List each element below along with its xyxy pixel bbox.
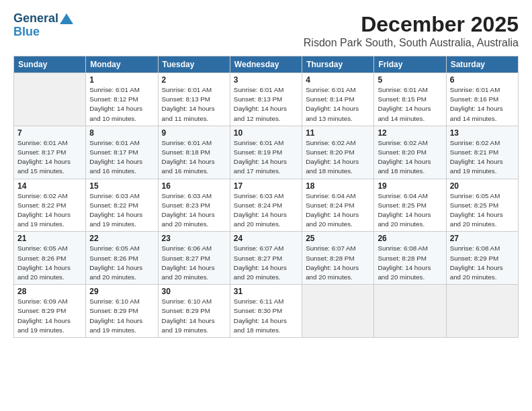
day-info: Sunrise: 6:01 AM Sunset: 8:16 PM Dayligh…	[450, 85, 515, 124]
day-info: Sunrise: 6:04 AM Sunset: 8:25 PM Dayligh…	[378, 191, 442, 230]
logo-blue: Blue	[13, 26, 73, 39]
day-number: 31	[234, 287, 298, 296]
logo: General Blue	[13, 12, 73, 39]
day-info: Sunrise: 6:02 AM Sunset: 8:20 PM Dayligh…	[306, 138, 370, 177]
day-number: 19	[378, 181, 442, 191]
day-info: Sunrise: 6:08 AM Sunset: 8:29 PM Dayligh…	[450, 244, 515, 282]
svg-marker-0	[60, 13, 73, 24]
table-row: 27Sunrise: 6:08 AM Sunset: 8:29 PM Dayli…	[446, 232, 518, 285]
table-row: 17Sunrise: 6:03 AM Sunset: 8:24 PM Dayli…	[230, 179, 302, 232]
day-info: Sunrise: 6:07 AM Sunset: 8:28 PM Dayligh…	[306, 244, 370, 282]
table-row: 10Sunrise: 6:01 AM Sunset: 8:19 PM Dayli…	[230, 126, 302, 179]
calendar-week-row: 21Sunrise: 6:05 AM Sunset: 8:26 PM Dayli…	[14, 232, 519, 285]
table-row: 13Sunrise: 6:02 AM Sunset: 8:21 PM Dayli…	[446, 126, 518, 179]
day-number: 12	[378, 128, 442, 138]
table-row: 14Sunrise: 6:02 AM Sunset: 8:22 PM Dayli…	[14, 179, 86, 232]
day-info: Sunrise: 6:01 AM Sunset: 8:19 PM Dayligh…	[234, 138, 298, 177]
day-info: Sunrise: 6:04 AM Sunset: 8:24 PM Dayligh…	[306, 191, 370, 230]
day-number: 16	[162, 181, 226, 191]
day-number: 20	[450, 181, 515, 191]
table-row: 21Sunrise: 6:05 AM Sunset: 8:26 PM Dayli…	[14, 232, 86, 285]
day-number: 13	[450, 128, 515, 138]
table-row: 5Sunrise: 6:01 AM Sunset: 8:15 PM Daylig…	[374, 73, 446, 126]
calendar-week-row: 14Sunrise: 6:02 AM Sunset: 8:22 PM Dayli…	[14, 179, 519, 232]
day-info: Sunrise: 6:03 AM Sunset: 8:23 PM Dayligh…	[162, 191, 226, 230]
day-number: 30	[162, 287, 226, 296]
day-info: Sunrise: 6:01 AM Sunset: 8:13 PM Dayligh…	[162, 85, 226, 124]
day-number: 17	[234, 181, 298, 191]
day-info: Sunrise: 6:02 AM Sunset: 8:21 PM Dayligh…	[450, 138, 515, 177]
day-number: 14	[17, 181, 82, 191]
page-subtitle: Risdon Park South, South Australia, Aust…	[304, 37, 519, 49]
day-info: Sunrise: 6:10 AM Sunset: 8:29 PM Dayligh…	[89, 297, 154, 335]
table-row: 9Sunrise: 6:01 AM Sunset: 8:18 PM Daylig…	[158, 126, 230, 179]
day-info: Sunrise: 6:03 AM Sunset: 8:22 PM Dayligh…	[89, 191, 154, 230]
day-number: 5	[378, 75, 442, 85]
day-info: Sunrise: 6:01 AM Sunset: 8:12 PM Dayligh…	[89, 85, 154, 124]
day-info: Sunrise: 6:01 AM Sunset: 8:17 PM Dayligh…	[89, 138, 154, 177]
table-row: 7Sunrise: 6:01 AM Sunset: 8:17 PM Daylig…	[14, 126, 86, 179]
table-row: 1Sunrise: 6:01 AM Sunset: 8:12 PM Daylig…	[86, 73, 158, 126]
table-row: 31Sunrise: 6:11 AM Sunset: 8:30 PM Dayli…	[230, 285, 302, 338]
header-monday: Monday	[86, 56, 158, 73]
table-row: 25Sunrise: 6:07 AM Sunset: 8:28 PM Dayli…	[302, 232, 374, 285]
header-sunday: Sunday	[14, 56, 86, 73]
day-number: 7	[17, 128, 82, 138]
day-info: Sunrise: 6:05 AM Sunset: 8:26 PM Dayligh…	[17, 244, 82, 282]
table-row: 28Sunrise: 6:09 AM Sunset: 8:29 PM Dayli…	[14, 285, 86, 338]
day-info: Sunrise: 6:05 AM Sunset: 8:26 PM Dayligh…	[89, 244, 154, 282]
day-number: 24	[234, 234, 298, 243]
day-number: 26	[378, 234, 442, 243]
day-number: 11	[306, 128, 370, 138]
day-number: 18	[306, 181, 370, 191]
table-row: 20Sunrise: 6:05 AM Sunset: 8:25 PM Dayli…	[446, 179, 518, 232]
day-info: Sunrise: 6:01 AM Sunset: 8:13 PM Dayligh…	[234, 85, 298, 124]
table-row: 18Sunrise: 6:04 AM Sunset: 8:24 PM Dayli…	[302, 179, 374, 232]
calendar-week-row: 28Sunrise: 6:09 AM Sunset: 8:29 PM Dayli…	[14, 285, 519, 338]
table-row: 3Sunrise: 6:01 AM Sunset: 8:13 PM Daylig…	[230, 73, 302, 126]
day-info: Sunrise: 6:05 AM Sunset: 8:25 PM Dayligh…	[450, 191, 515, 230]
table-row: 29Sunrise: 6:10 AM Sunset: 8:29 PM Dayli…	[86, 285, 158, 338]
page-title: December 2025	[304, 12, 519, 37]
table-row: 2Sunrise: 6:01 AM Sunset: 8:13 PM Daylig…	[158, 73, 230, 126]
day-number: 9	[162, 128, 226, 138]
table-row: 8Sunrise: 6:01 AM Sunset: 8:17 PM Daylig…	[86, 126, 158, 179]
table-row: 11Sunrise: 6:02 AM Sunset: 8:20 PM Dayli…	[302, 126, 374, 179]
table-row: 24Sunrise: 6:07 AM Sunset: 8:27 PM Dayli…	[230, 232, 302, 285]
day-info: Sunrise: 6:01 AM Sunset: 8:14 PM Dayligh…	[306, 85, 370, 124]
day-number: 22	[89, 234, 154, 243]
table-row	[374, 285, 446, 338]
day-number: 6	[450, 75, 515, 85]
day-number: 27	[450, 234, 515, 243]
table-row	[446, 285, 518, 338]
logo-general: General	[13, 12, 58, 26]
day-info: Sunrise: 6:10 AM Sunset: 8:29 PM Dayligh…	[162, 297, 226, 335]
table-row: 6Sunrise: 6:01 AM Sunset: 8:16 PM Daylig…	[446, 73, 518, 126]
day-info: Sunrise: 6:01 AM Sunset: 8:15 PM Dayligh…	[378, 85, 442, 124]
table-row: 26Sunrise: 6:08 AM Sunset: 8:28 PM Dayli…	[374, 232, 446, 285]
day-info: Sunrise: 6:02 AM Sunset: 8:22 PM Dayligh…	[17, 191, 82, 230]
table-row: 15Sunrise: 6:03 AM Sunset: 8:22 PM Dayli…	[86, 179, 158, 232]
day-info: Sunrise: 6:01 AM Sunset: 8:18 PM Dayligh…	[162, 138, 226, 177]
table-row: 4Sunrise: 6:01 AM Sunset: 8:14 PM Daylig…	[302, 73, 374, 126]
logo-icon	[60, 13, 73, 24]
table-row	[302, 285, 374, 338]
calendar-header-row: Sunday Monday Tuesday Wednesday Thursday…	[14, 56, 519, 73]
day-number: 8	[89, 128, 154, 138]
day-info: Sunrise: 6:02 AM Sunset: 8:20 PM Dayligh…	[378, 138, 442, 177]
day-number: 1	[89, 75, 154, 85]
header-tuesday: Tuesday	[158, 56, 230, 73]
table-row: 19Sunrise: 6:04 AM Sunset: 8:25 PM Dayli…	[374, 179, 446, 232]
day-number: 23	[162, 234, 226, 243]
day-number: 28	[17, 287, 82, 296]
day-info: Sunrise: 6:08 AM Sunset: 8:28 PM Dayligh…	[378, 244, 442, 282]
table-row: 16Sunrise: 6:03 AM Sunset: 8:23 PM Dayli…	[158, 179, 230, 232]
day-number: 10	[234, 128, 298, 138]
header-friday: Friday	[374, 56, 446, 73]
day-number: 4	[306, 75, 370, 85]
day-info: Sunrise: 6:03 AM Sunset: 8:24 PM Dayligh…	[234, 191, 298, 230]
day-info: Sunrise: 6:06 AM Sunset: 8:27 PM Dayligh…	[162, 244, 226, 282]
table-row: 23Sunrise: 6:06 AM Sunset: 8:27 PM Dayli…	[158, 232, 230, 285]
day-number: 3	[234, 75, 298, 85]
header-saturday: Saturday	[446, 56, 518, 73]
